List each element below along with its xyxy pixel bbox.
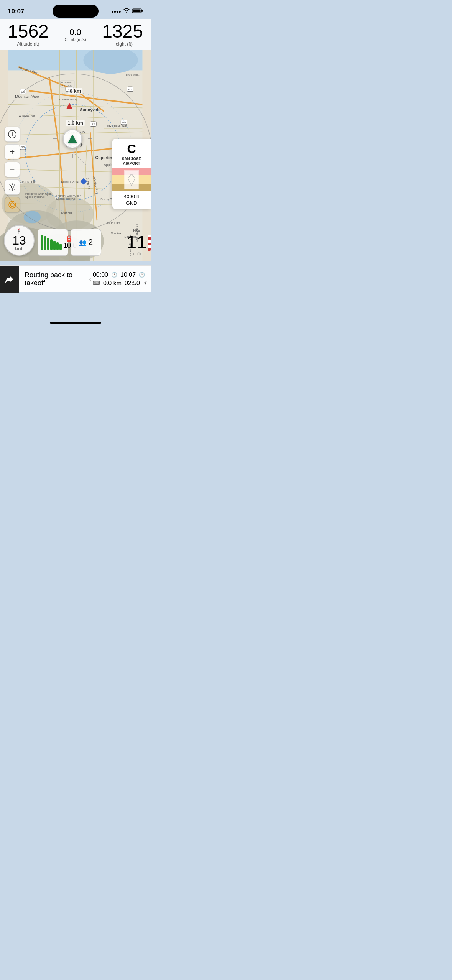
- passengers-value: 2: [88, 237, 93, 247]
- pax-icon: 👥: [79, 239, 87, 246]
- svg-rect-1: [141, 10, 143, 12]
- airport-name: SAN JOSE AIRPORT: [112, 157, 151, 168]
- svg-text:Central Expy: Central Expy: [59, 98, 77, 101]
- routing-bar[interactable]: Routing back to takeoff ‹ 00:00 🕐 10:07 …: [0, 265, 151, 292]
- dynamic-island: [53, 5, 99, 18]
- svg-text:i: i: [12, 132, 13, 137]
- svg-line-73: [83, 149, 85, 151]
- airport-chart-detail: [124, 170, 139, 189]
- speed-compass: E 13 km/h: [4, 225, 35, 256]
- routing-right-panel: ‹ 00:00 🕐 10:07 🕐 ⌨ 0.0 km 02:50 ☀: [89, 271, 151, 287]
- height-label: Height (ft): [112, 41, 133, 47]
- left-controls: i + −: [5, 127, 20, 212]
- compass-speed-value: 13: [12, 234, 26, 247]
- signal-icon: ●●●●: [111, 9, 121, 14]
- svg-rect-2: [133, 10, 141, 12]
- altitude-stat: 1562 Altitude (ft): [8, 22, 49, 47]
- fuel-bars-visual: [41, 235, 62, 250]
- climb-stat: 0.0 Climb (m/s): [64, 27, 86, 42]
- routing-time-row1: 00:00 🕐 10:07 🕐: [93, 271, 148, 278]
- fuel-bar-7: [59, 244, 62, 250]
- routing-time-row2: ⌨ 0.0 km 02:50 ☀: [93, 280, 148, 287]
- svg-marker-83: [18, 230, 20, 232]
- airport-base: GND: [112, 200, 151, 209]
- zoom-in-button[interactable]: +: [5, 144, 20, 159]
- routing-clock-icon-1: 🕐: [111, 272, 117, 278]
- airport-altitude: 4000 ft: [112, 191, 151, 200]
- svg-text:STATION: STATION: [62, 84, 72, 87]
- outer-ring-label: 0 km: [68, 88, 83, 94]
- status-time: 10:07: [8, 8, 24, 15]
- fuel-bar-3: [47, 238, 49, 250]
- zoom-out-button[interactable]: −: [5, 162, 20, 177]
- battery-icon: [132, 8, 143, 15]
- airport-letter: C: [112, 139, 151, 157]
- svg-text:Monta Vista: Monta Vista: [61, 180, 79, 184]
- header-stats: 1562 Altitude (ft) 0.0 Climb (m/s) 1325 …: [0, 19, 151, 50]
- plus-icon: +: [10, 147, 15, 157]
- svg-point-77: [9, 201, 16, 208]
- svg-line-72: [60, 149, 62, 151]
- wind-stripe: [148, 235, 151, 251]
- svg-text:Picchetti Ranch Open: Picchetti Ranch Open: [25, 192, 52, 196]
- svg-point-12: [24, 211, 41, 223]
- info-bars: ⛽ 10.0 👥 2: [38, 229, 101, 256]
- svg-text:W Iowa Ave: W Iowa Ave: [18, 114, 35, 117]
- routing-clock-icon-2: 🕐: [139, 272, 145, 278]
- routing-text: Routing back to takeoff: [19, 271, 89, 287]
- height-value: 1325: [102, 22, 143, 41]
- routing-sun-icon: ☀: [143, 280, 148, 286]
- aircraft-direction-arrow: [68, 135, 77, 143]
- fuel-bar-6: [56, 242, 59, 250]
- height-stat: 1325 Height (ft): [102, 22, 143, 47]
- svg-text:Cupertino: Cupertino: [95, 155, 115, 160]
- altitude-label: Altitude (ft): [17, 41, 39, 47]
- svg-marker-82: [18, 228, 20, 230]
- takeoff-marker: [66, 103, 72, 109]
- airport-chart: [112, 168, 151, 191]
- svg-text:WHISMAN: WHISMAN: [61, 81, 73, 84]
- fuel-bar-4: [50, 239, 53, 250]
- routing-distance: 0.0 km: [103, 280, 122, 287]
- info-button[interactable]: i: [5, 127, 20, 142]
- svg-line-71: [83, 126, 85, 128]
- altitude-value: 1562: [8, 22, 49, 41]
- routing-eta: 02:50: [125, 280, 140, 287]
- svg-text:Levi's Stadi...: Levi's Stadi...: [126, 73, 140, 76]
- fuel-display: ⛽ 10.0: [38, 229, 68, 256]
- passengers-display: 👥 2: [71, 229, 101, 256]
- svg-text:Anza Knoll: Anza Knoll: [18, 180, 35, 184]
- svg-line-70: [60, 126, 62, 128]
- routing-elapsed: 00:00: [93, 271, 108, 278]
- climb-value: 0.0: [69, 27, 81, 37]
- climb-label: Climb (m/s): [64, 37, 86, 42]
- routing-times: 00:00 🕐 10:07 🕐 ⌨ 0.0 km 02:50 ☀: [93, 271, 148, 287]
- routing-icon: [0, 266, 19, 293]
- lock-button[interactable]: [5, 197, 20, 212]
- svg-point-78: [10, 203, 14, 207]
- wind-arrow-container: 11: [127, 233, 147, 252]
- svg-text:Sunnyvale: Sunnyvale: [80, 107, 100, 112]
- routing-current-time: 10:07: [120, 271, 136, 278]
- wind-display: NW 11 km/h: [127, 229, 147, 256]
- home-indicator: [50, 322, 101, 324]
- svg-text:Cox Ave: Cox Ave: [111, 232, 122, 235]
- svg-text:G2: G2: [128, 88, 132, 91]
- svg-text:G5: G5: [21, 146, 25, 149]
- routing-chevron-left: ‹: [89, 276, 91, 283]
- fuel-bar-1: [41, 235, 43, 250]
- fuel-bar-5: [53, 241, 56, 250]
- settings-button[interactable]: [5, 179, 20, 195]
- minus-icon: −: [10, 164, 15, 174]
- compass-unit: km/h: [15, 247, 23, 251]
- svg-text:Fremont Older Open: Fremont Older Open: [56, 194, 81, 197]
- airport-card[interactable]: C SAN JOSE AIRPORT 4000 ft GND: [112, 139, 151, 209]
- aircraft-marker: [63, 129, 82, 148]
- status-icons: ●●●●: [111, 8, 143, 15]
- wind-speed-value: 11: [127, 232, 147, 252]
- wifi-icon: [123, 8, 130, 15]
- svg-text:Mountain View: Mountain View: [15, 94, 40, 99]
- fuel-bar-2: [44, 236, 46, 250]
- routing-keyboard-icon: ⌨: [93, 280, 100, 286]
- svg-point-76: [11, 186, 13, 188]
